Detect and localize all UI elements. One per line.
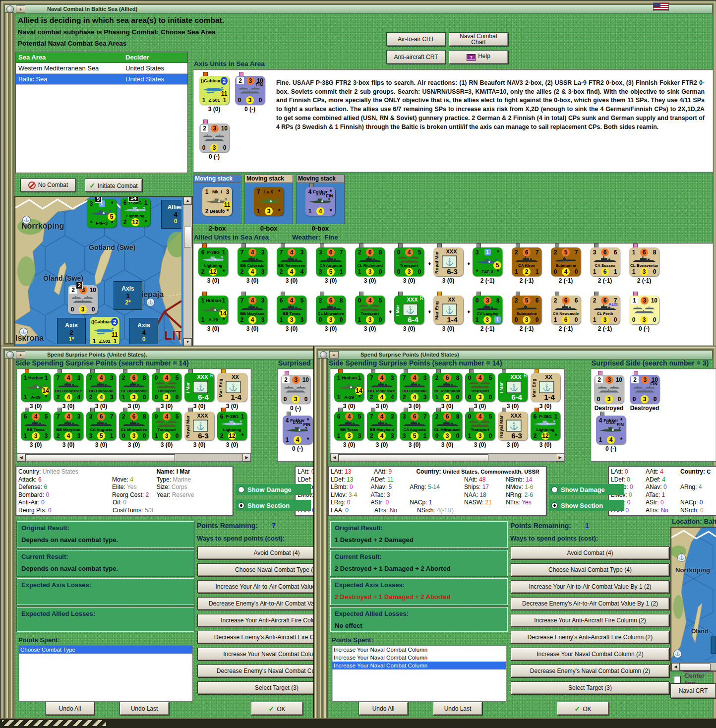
spend-button-8[interactable]: Select Target (3) — [511, 681, 669, 694]
help-button[interactable]: ?Help — [449, 50, 508, 64]
radio-show-section[interactable]: Show Section — [549, 500, 624, 511]
unit-transport_a[interactable]: 045Transport0303 (0)♦ — [394, 243, 424, 284]
points-spent-item[interactable]: Increase Your Naval Combat Column — [332, 662, 506, 669]
spend-button-6[interactable]: Increase Your Naval Combat Column (2) — [511, 648, 669, 661]
unit-bb_maryland[interactable]: 743BB Maryland2433 (0) — [238, 292, 267, 332]
window-knob-icon[interactable] — [6, 5, 14, 13]
mini-map-scrollbar[interactable]: ◀ — [671, 663, 716, 670]
unit-bb_tennessee[interactable]: 743BB Tennessee2443 (0) — [277, 243, 306, 284]
unit-cl_richmond[interactable]: 268CL Richmond1303 (0) — [432, 369, 462, 410]
unit-transport_a[interactable]: 045Transport0303 (0)♦ — [152, 369, 181, 410]
points-spent-list[interactable]: Choose Combat Type — [18, 645, 193, 702]
unit-cv_langley[interactable]: 038CV Langley1312 (-1) — [473, 292, 502, 332]
map-unit-f4f3[interactable]: 931*5*F4F-3* — [87, 199, 117, 228]
spend-button-5[interactable]: Decrease Enemy's Anti-Aircraft Fire Colu… — [511, 631, 669, 644]
sea-area-row[interactable]: Baltic SeaUnited States — [16, 74, 187, 85]
radio-show-section[interactable]: Show Section — [236, 500, 311, 511]
moving-stack-0[interactable]: Moving stack 1Mk. I3112Beaufort* 2-box — [193, 175, 241, 233]
units-horizontal-scrollbar[interactable]: ◀ ▶ — [17, 453, 251, 461]
unit-transport_b[interactable]: 045Transport1303 (0)♦ — [152, 408, 181, 448]
map-unit-lightning[interactable]: 146P-38G1Lightning212* — [120, 198, 150, 227]
unit-bb_colorado[interactable]: 743BB Colorado2433 (0) — [86, 369, 116, 410]
unit-fokker[interactable]: 4Fokker*FIND.XXI14*0 (-) — [596, 412, 626, 452]
unit-mar_eng[interactable]: Mar EngXX ⚓1-43 (0)♦ — [433, 292, 463, 332]
unit-ca_sussex[interactable]: 366CA Sussex1612 (-1) — [590, 243, 620, 284]
scroll-left-icon[interactable]: ◀ — [330, 454, 339, 462]
unit-gray_ships[interactable]: 23100300 (-) — [199, 120, 229, 160]
unit-la9[interactable]: 7La-9*13* — [254, 183, 284, 224]
spend-button-8[interactable]: Select Target (3) — [197, 681, 328, 694]
map-unit-gabbiano[interactable]: ()Gabbiano2111Z.5011 — [90, 317, 119, 344]
air-to-air-crt-button[interactable]: Air-to-air CRT — [386, 32, 446, 46]
spend-button-4[interactable]: Increase Your Anti-Aircraft Fire Column … — [197, 614, 328, 627]
spend-button-1[interactable]: Choose Naval Combat Type (4) — [197, 563, 328, 576]
spend-button-7[interactable]: Decrease Enemy's Naval Combat Column (2) — [511, 665, 669, 677]
spend-button-5[interactable]: Decrease Enemy's Anti-Aircraft Fire Colu… — [197, 631, 328, 644]
unit-hudson[interactable]: 1Hudson1141A-29*3 (0) — [21, 369, 51, 410]
unit-f4f3[interactable]: 31*5*F4F-3*2 (-1) — [473, 243, 502, 284]
spend-button-1[interactable]: Choose Naval Combat Type (4) — [511, 563, 669, 576]
unit-bb_tennessee[interactable]: 743BB Tennessee2443 (0) — [367, 369, 397, 410]
unit-bb_maryland[interactable]: 743BB Maryland2433 (0) — [367, 408, 397, 448]
initiate-combat-button[interactable]: ✓Initiate Combat — [85, 179, 142, 192]
unit-bb_colorado[interactable]: 743BB Colorado2433 (0) — [400, 369, 429, 410]
mini-map[interactable]: NorrköpingÖland ⚓ ⚓ ◀ — [670, 527, 716, 671]
spend-button-6[interactable]: Increase Your Naval Combat Column (2) — [197, 648, 328, 661]
unit-ca_newcastle[interactable]: 266CA Newcastle1602 (-1) — [551, 292, 581, 332]
unit-gray_ships[interactable]: 23100300 (-) — [281, 371, 310, 412]
unit-mar_eng[interactable]: Mar EngXX ⚓1-43 (0) — [217, 369, 247, 410]
ok-button[interactable]: ✓OK — [251, 702, 303, 715]
unit-i_mar[interactable]: I MarXXXR ⚓6-43 (0)♦ — [498, 369, 528, 410]
unit-fokker[interactable]: 4Fokker*FIND.XXI14*0 (-) — [283, 412, 312, 452]
unit-beaufort[interactable]: 1Mk. I3112Beaufort* — [202, 183, 232, 224]
map-panel[interactable]: NorrköpingGotland (Swe)Öland (Swe)Liepaj… — [14, 196, 193, 347]
titlebar-spend-surprise[interactable]: ▲ Spend Surprise Points (United States) — [318, 350, 713, 360]
unit-cp_yellow[interactable]: 13100300 (-) — [629, 292, 659, 332]
radio-show-damage[interactable]: Show Damage — [549, 484, 624, 495]
unit-transport_a[interactable]: 045Transport0303 (0)♦ — [465, 369, 495, 410]
unit-royal_mar[interactable]: Royal MarXXX ⚓6-33 (0)♦ — [433, 243, 463, 284]
scroll-down-icon[interactable]: ▼ — [183, 338, 192, 346]
spend-button-7[interactable]: Decrease Enemy's Naval Combat Column (2) — [197, 665, 328, 677]
unit-cl_richmond[interactable]: 268CL Richmond1303 (0) — [355, 243, 385, 284]
spend-button-0[interactable]: Avoid Combat (4) — [511, 546, 669, 559]
titlebar-naval-combat[interactable]: ▲ Naval Combat In Baltic Sea (Allied) — [4, 4, 713, 14]
no-combat-button[interactable]: No Combat — [20, 179, 76, 192]
unit-bb_colorado[interactable]: 743BB Colorado2433 (0) — [238, 243, 267, 284]
unit-lightning[interactable]: 6P-38G1Lightning212*3 (0) — [217, 408, 247, 448]
unit-gray_ships[interactable]: 2310030Destroyed — [594, 371, 624, 412]
sea-area-row[interactable]: Western Mediterranean SeaUnited States — [16, 63, 187, 74]
unit-sub_a[interactable]: 257Submarine0402 (-1) — [551, 243, 581, 284]
titlebar-spend-surprise[interactable]: ▲ Spend Surprise Points (United States). — [4, 350, 324, 360]
unit-transport_b[interactable]: 045Transport1303 (0)♦ — [355, 292, 385, 332]
unit-bb_texas[interactable]: 645BB Texas1333 (0) — [21, 408, 51, 448]
spend-button-3[interactable]: Decrease Enemy's Air-to-Air Combat Value… — [197, 597, 328, 610]
spend-button-3[interactable]: Decrease Enemy's Air-to-Air Combat Value… — [511, 597, 669, 610]
unit-ca_augusta[interactable]: 367CA Augusta3513 (0) — [86, 408, 116, 448]
undo-last-button[interactable]: Undo Last — [433, 702, 482, 715]
points-spent-list[interactable]: Increase Your Naval Combat ColumnIncreas… — [332, 645, 506, 702]
scroll-right-icon[interactable]: ▶ — [556, 454, 564, 462]
unit-lightning[interactable]: 6P-38G1Lightning212*3 (0) — [198, 243, 228, 284]
unit-royal_mar[interactable]: Royal MarXXX ⚓6-33 (0) — [184, 408, 214, 448]
unit-mar_eng[interactable]: Mar EngXX ⚓1-43 (0) — [531, 369, 560, 410]
side-activity-box[interactable]: Axis21* — [57, 318, 86, 344]
undo-all-button[interactable]: Undo All — [358, 702, 408, 715]
points-spent-item[interactable]: Choose Combat Type — [19, 646, 192, 654]
unit-ca_augusta[interactable]: 367CA Augusta3513 (0) — [400, 408, 429, 448]
window-collapse-icon[interactable]: ▲ — [329, 351, 339, 359]
unit-bb_texas[interactable]: 645BB Texas1333 (0) — [334, 408, 364, 448]
unit-bb_tennessee[interactable]: 743BB Tennessee2443 (0) — [54, 369, 83, 410]
unit-hudson[interactable]: 1Hudson1141A-29*3 (0) — [198, 292, 228, 332]
side-activity-box[interactable]: Axis40 — [129, 318, 158, 344]
unit-cl_bonaventure[interactable]: 168CL Bonaventure1302 (-1) — [629, 243, 659, 284]
unit-cl_richmond[interactable]: 268CL Richmond1303 (0) — [119, 369, 149, 410]
side-activity-box[interactable]: Allied40 — [161, 200, 181, 229]
map-unit-gray_ships[interactable]: 22310030 — [68, 285, 98, 314]
points-spent-item[interactable]: Increase Your Naval Combat Column — [332, 646, 506, 654]
window-knob-icon[interactable] — [6, 351, 14, 359]
undo-all-button[interactable]: Undo All — [45, 702, 95, 715]
unit-royal_mar[interactable]: Royal MarXXX ⚓6-33 (0) — [498, 408, 528, 448]
unit-gabbiano[interactable]: ()Gabbiano2111Z.50113 (0) — [199, 72, 229, 113]
map-vertical-scrollbar[interactable]: ▲ ▼ — [183, 197, 192, 346]
